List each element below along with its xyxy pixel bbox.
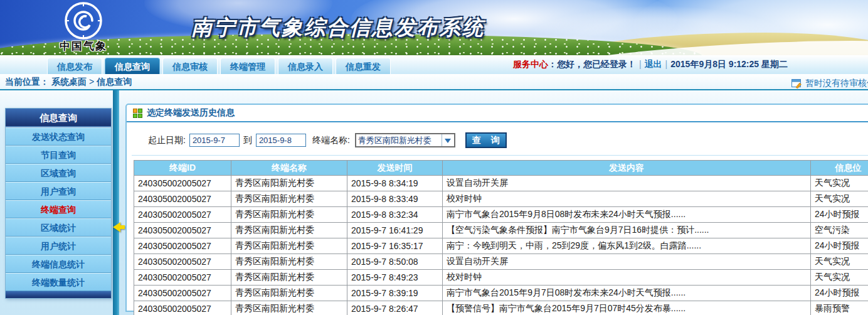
table-row: 240305002005027青秀区南阳新光村委2015-9-7 16:41:2… [134, 223, 868, 238]
navbar: 信息发布 信息查询 信息审核 终端管理 信息录入 信息重发 服务中心：您好，您已… [0, 55, 868, 74]
tab-info-entry[interactable]: 信息录入 [278, 58, 333, 74]
sidebar-divider [113, 90, 119, 315]
page-title: 南宁市气象综合信息发布系统 [191, 14, 485, 42]
tab-terminal-manage[interactable]: 终端管理 [220, 58, 275, 74]
history-panel: 选定终端发送历史信息 起止日期: 到 终端名称: 青秀区南阳新光村委 查 询 [125, 104, 868, 312]
table-row: 240305002005027青秀区南阳新光村委2015-9-7 8:39:19… [134, 286, 868, 301]
table-row: 240305002005027青秀区南阳新光村委2015-9-7 16:35:1… [134, 238, 868, 254]
tab-info-resend[interactable]: 信息重发 [336, 58, 391, 74]
grid-squares-icon [133, 109, 142, 118]
table-header-row: 终端ID 终端名称 发送时间 发送内容 信息位 [134, 161, 868, 176]
collapse-arrow-icon[interactable] [108, 222, 120, 232]
login-greeting: ：您好，您已经登录！ [548, 59, 636, 69]
sidebar-title: 信息查询 [6, 109, 111, 127]
audit-status: 暂时没有待审核信息 [791, 78, 868, 89]
table-row: 240305002005027青秀区南阳新光村委2015-9-7 8:49:23… [134, 270, 868, 286]
logo-text: 中国气象 [36, 39, 130, 53]
terminal-select-value: 青秀区南阳新光村委 [356, 135, 442, 146]
tab-info-audit[interactable]: 信息审核 [162, 58, 218, 74]
form-separator [132, 155, 868, 156]
terminal-name-label: 终端名称: [312, 135, 350, 146]
logout-link[interactable]: 退出 [645, 59, 662, 69]
sidebar-item-user-stats[interactable]: 用户统计 [6, 237, 111, 255]
col-info-type: 信息位 [811, 161, 868, 176]
breadcrumb-label: 当前位置： [5, 77, 49, 87]
history-table: 终端ID 终端名称 发送时间 发送内容 信息位 240305002005027青… [134, 160, 868, 315]
to-label: 到 [243, 135, 252, 146]
table-row: 240305002005027青秀区南阳新光村委2015-9-8 8:34:19… [134, 176, 868, 191]
document-pencil-icon [791, 79, 802, 88]
col-terminal-id: 终端ID [134, 161, 231, 176]
query-form: 起止日期: 到 终端名称: 青秀区南阳新光村委 查 询 [146, 132, 868, 148]
service-center-label: 服务中心 [513, 59, 548, 69]
sidebar-footer-bar [6, 291, 111, 298]
query-button[interactable]: 查 询 [465, 132, 507, 148]
tab-info-publish[interactable]: 信息发布 [47, 58, 102, 74]
terminal-select[interactable]: 青秀区南阳新光村委 [355, 133, 455, 147]
chevron-down-icon [442, 134, 454, 146]
breadcrumb-row: 当前位置：系统桌面>信息查询 暂时没有待审核信息 [0, 74, 868, 90]
table-row: 240305002005027青秀区南阳新光村委2015-9-7 8:26:47… [134, 301, 868, 315]
sidebar-item-region-stats[interactable]: 区域统计 [6, 218, 111, 237]
sidebar-item-terminal-info-stats[interactable]: 终端信息统计 [6, 255, 111, 273]
date-to-input[interactable] [256, 134, 306, 147]
datetime-display: 2015年9月8日 9:12:25 星期二 [670, 59, 788, 69]
panel-header: 选定终端发送历史信息 [127, 105, 868, 122]
breadcrumb-link-query[interactable]: 信息查询 [97, 77, 132, 87]
col-send-content: 发送内容 [443, 161, 811, 176]
col-terminal-name: 终端名称 [231, 161, 347, 176]
banner: 中国气象 南宁市气象综合信息发布系统 [0, 0, 868, 55]
tab-info-query[interactable]: 信息查询 [105, 58, 160, 74]
main-tabs: 信息发布 信息查询 信息审核 终端管理 信息录入 信息重发 [47, 58, 391, 74]
sidebar-item-region-query[interactable]: 区域查询 [6, 164, 111, 182]
col-send-time: 发送时间 [347, 161, 443, 176]
sidebar-item-user-query[interactable]: 用户查询 [6, 182, 111, 200]
sidebar-item-program-query[interactable]: 节目查询 [6, 146, 111, 164]
table-row: 240305002005027青秀区南阳新光村委2015-9-8 8:32:34… [134, 207, 868, 223]
sidebar-item-terminal-count-stats[interactable]: 终端数量统计 [6, 273, 111, 291]
content-area: 信息查询 发送状态查询 节目查询 区域查询 用户查询 终端查询 区域统计 用户统… [0, 90, 868, 315]
cma-spiral-icon [64, 1, 103, 40]
audit-status-text: 暂时没有待审核信息 [805, 78, 868, 89]
app-window: 中国气象 南宁市气象综合信息发布系统 信息发布 信息查询 信息审核 终端管理 信… [0, 0, 868, 315]
table-row: 240305002005027青秀区南阳新光村委2015-9-8 8:33:49… [134, 191, 868, 207]
date-range-label: 起止日期: [148, 135, 186, 146]
cma-logo: 中国气象 [36, 1, 130, 53]
table-row: 240305002005027青秀区南阳新光村委2015-9-7 8:50:08… [134, 254, 868, 270]
breadcrumb-link-desktop[interactable]: 系统桌面 [51, 77, 87, 87]
sidebar-item-send-status-query[interactable]: 发送状态查询 [6, 127, 111, 146]
breadcrumb: 当前位置：系统桌面>信息查询 [5, 77, 134, 88]
sidebar-item-terminal-query[interactable]: 终端查询 [6, 200, 111, 218]
sidebar-menu: 信息查询 发送状态查询 节目查询 区域查询 用户查询 终端查询 区域统计 用户统… [5, 108, 112, 299]
date-from-input[interactable] [189, 134, 240, 147]
service-center-bar: 服务中心：您好，您已经登录！|退出|2015年9月8日 9:12:25 星期二 [513, 59, 788, 70]
panel-title: 选定终端发送历史信息 [147, 107, 235, 119]
